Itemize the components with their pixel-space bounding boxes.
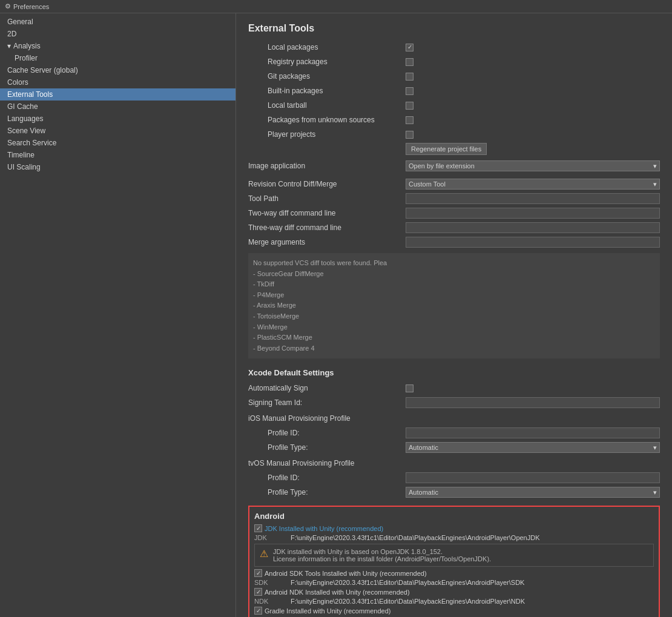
- ios-profile-title: iOS Manual Provisioning Profile: [248, 414, 406, 423]
- jdk-checkbox[interactable]: ✓: [254, 524, 262, 532]
- local-packages-row: Local packages ✓: [248, 41, 660, 53]
- vcs-notice: No supported VCS diff tools were found. …: [248, 253, 660, 358]
- ios-profile-type-row: Profile Type: Automatic ▾: [248, 441, 660, 454]
- tvos-profile-type-row: Profile Type: Automatic ▾: [248, 486, 660, 498]
- chevron-down-icon: ▾: [653, 444, 657, 452]
- ios-profile-id-label: Profile ID:: [248, 429, 406, 437]
- unknown-sources-checkbox[interactable]: [406, 116, 413, 124]
- jdk-info-text: JDK installed with Unity is based on Ope…: [273, 548, 491, 563]
- content-area: External Tools Local packages ✓ Registry…: [236, 13, 672, 617]
- sidebar-item-colors[interactable]: Colors: [0, 76, 236, 88]
- ios-profile-id-input[interactable]: [406, 427, 660, 438]
- registry-packages-label: Registry packages: [248, 58, 406, 66]
- android-section: Android ✓ JDK Installed with Unity (reco…: [248, 506, 660, 617]
- tvos-profile-id-label: Profile ID:: [248, 473, 406, 482]
- local-tarball-row: Local tarball: [248, 99, 660, 111]
- jdk-value: F:\unityEngine\2020.3.43f1c1\Editor\Data…: [291, 534, 540, 541]
- title-bar-text: Preferences: [13, 3, 49, 10]
- chevron-down-icon: ▾: [653, 489, 657, 497]
- sdk-checkbox-label: Android SDK Tools Installed with Unity (…: [265, 570, 427, 577]
- sidebar-item-cache-server[interactable]: Cache Server (global): [0, 64, 236, 76]
- sdk-checkbox-row: ✓ Android SDK Tools Installed with Unity…: [254, 569, 654, 577]
- tvos-profile-type-dropdown[interactable]: Automatic ▾: [406, 487, 660, 498]
- checkmark-icon: ✓: [407, 44, 412, 50]
- vcs-tools-list: - SourceGear DiffMerge- TkDiff- P4Merge-…: [253, 269, 655, 354]
- sdk-value: F:\unityEngine\2020.3.43f1c1\Editor\Data…: [291, 579, 524, 586]
- git-packages-label: Git packages: [248, 72, 406, 81]
- sidebar-item-profiler[interactable]: Profiler: [0, 52, 236, 64]
- registry-packages-checkbox[interactable]: [406, 58, 413, 66]
- player-projects-checkbox[interactable]: [406, 131, 413, 139]
- ndk-value: F:\unityEngine\2020.3.43f1c1\Editor\Data…: [291, 598, 525, 605]
- tvos-profile-id-input[interactable]: [406, 472, 660, 483]
- title-bar-label: ⚙ Preferences: [5, 2, 49, 10]
- xcode-section-title: Xcode Default Settings: [248, 368, 660, 377]
- jdk-checkbox-label[interactable]: JDK Installed with Unity (recommended): [265, 525, 383, 532]
- sidebar-item-scene-view[interactable]: Scene View: [0, 125, 236, 137]
- signing-team-input[interactable]: [406, 397, 660, 408]
- ndk-label: NDK: [254, 598, 291, 605]
- two-way-diff-input[interactable]: [406, 208, 660, 219]
- sidebar-item-analysis[interactable]: ▾ Analysis: [0, 40, 236, 52]
- vcs-tool-item: - P4Merge: [253, 290, 655, 301]
- gradle-checkbox[interactable]: ✓: [254, 607, 262, 615]
- ios-profile-type-label: Profile Type:: [248, 443, 406, 452]
- tvos-profile-type-value: Automatic: [409, 489, 438, 496]
- tool-path-input[interactable]: [406, 193, 660, 204]
- regen-row: Regenerate project files: [248, 143, 660, 155]
- auto-sign-label: Automatically Sign: [248, 384, 406, 392]
- local-packages-checkbox[interactable]: ✓: [406, 44, 413, 51]
- two-way-diff-row: Two-way diff command line: [248, 207, 660, 219]
- regen-button[interactable]: Regenerate project files: [406, 143, 487, 155]
- checkmark-icon: ✓: [256, 589, 261, 595]
- sidebar-item-search-service[interactable]: Search Service: [0, 137, 236, 149]
- image-app-dropdown[interactable]: Open by file extension ▾: [406, 160, 660, 171]
- local-tarball-checkbox[interactable]: [406, 102, 413, 110]
- git-packages-checkbox[interactable]: [406, 73, 413, 81]
- merge-args-label: Merge arguments: [248, 238, 406, 246]
- sidebar-item-ui-scaling[interactable]: UI Scaling: [0, 161, 236, 173]
- jdk-info-box: ⚠ JDK installed with Unity is based on O…: [254, 544, 654, 567]
- vcs-tool-item: - PlasticSCM Merge: [253, 332, 655, 343]
- vcs-tool-item: - Araxis Merge: [253, 300, 655, 311]
- title-bar: ⚙ Preferences: [0, 0, 672, 13]
- sdk-checkbox[interactable]: ✓: [254, 569, 262, 577]
- sidebar-item-general[interactable]: General: [0, 16, 236, 28]
- gradle-checkbox-label: Gradle Installed with Unity (recommended…: [265, 607, 390, 615]
- ios-profile-type-dropdown[interactable]: Automatic ▾: [406, 442, 660, 453]
- image-app-value: Open by file extension: [409, 162, 475, 170]
- signing-team-row: Signing Team Id:: [248, 397, 660, 409]
- merge-args-row: Merge arguments: [248, 236, 660, 248]
- revision-control-dropdown[interactable]: Custom Tool ▾: [406, 179, 660, 190]
- image-app-label: Image application: [248, 162, 406, 170]
- unknown-sources-row: Packages from unknown sources: [248, 114, 660, 126]
- jdk-label: JDK: [254, 534, 291, 541]
- sidebar-item-gi-cache[interactable]: GI Cache: [0, 101, 236, 113]
- builtin-packages-checkbox[interactable]: [406, 87, 413, 95]
- tvos-profile-title: tvOS Manual Provisioning Profile: [248, 459, 406, 467]
- chevron-down-icon: ▾: [7, 42, 11, 50]
- vcs-tool-item: - SourceGear DiffMerge: [253, 269, 655, 280]
- vcs-tool-item: - Beyond Compare 4: [253, 343, 655, 354]
- vcs-notice-line1: No supported VCS diff tools were found. …: [253, 258, 655, 269]
- tool-path-row: Tool Path: [248, 193, 660, 205]
- page-title: External Tools: [248, 23, 660, 34]
- ios-profile-type-value: Automatic: [409, 444, 438, 451]
- local-packages-label: Local packages: [248, 43, 406, 51]
- merge-args-input[interactable]: [406, 237, 660, 248]
- ios-profile-id-row: Profile ID:: [248, 427, 660, 439]
- ndk-checkbox[interactable]: ✓: [254, 588, 262, 596]
- three-way-diff-input[interactable]: [406, 222, 660, 233]
- vcs-tool-item: - TkDiff: [253, 279, 655, 290]
- sidebar-item-languages[interactable]: Languages: [0, 113, 236, 125]
- sidebar-item-external-tools[interactable]: External Tools: [0, 88, 236, 101]
- registry-packages-row: Registry packages: [248, 56, 660, 68]
- revision-control-value: Custom Tool: [409, 180, 446, 188]
- ndk-path-row: NDK F:\unityEngine\2020.3.43f1c1\Editor\…: [254, 598, 654, 605]
- auto-sign-checkbox[interactable]: [406, 384, 413, 392]
- jdk-checkbox-row: ✓ JDK Installed with Unity (recommended): [254, 524, 654, 532]
- sidebar-item-timeline[interactable]: Timeline: [0, 149, 236, 161]
- sidebar-item-2d[interactable]: 2D: [0, 28, 236, 40]
- ndk-checkbox-label: Android NDK Installed with Unity (recomm…: [265, 589, 410, 596]
- tvos-profile-type-label: Profile Type:: [248, 488, 406, 497]
